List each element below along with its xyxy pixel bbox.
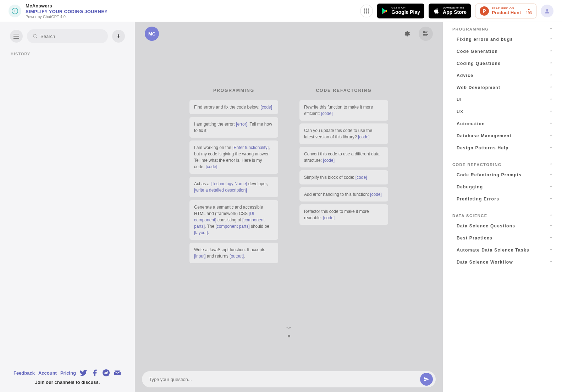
prompt-card[interactable]: Convert this code to use a different dat… — [299, 147, 388, 167]
email-icon[interactable] — [114, 369, 121, 377]
search-box[interactable] — [27, 29, 108, 43]
prompt-column-title: PROGRAMMING — [189, 88, 278, 93]
panel-item[interactable]: Web Development⌃ — [443, 82, 562, 94]
gear-icon — [404, 31, 411, 37]
chevron-up-icon: ⌃ — [550, 173, 553, 177]
pricing-link[interactable]: Pricing — [60, 370, 76, 376]
panel-item[interactable]: Fixing errors and bugs⌃ — [443, 33, 562, 45]
panel-item[interactable]: UI⌃ — [443, 94, 562, 106]
chat-input[interactable] — [149, 377, 420, 382]
google-play-badge[interactable]: GET IT ONGoogle Play — [377, 4, 424, 18]
panel-item-label: Debugging — [457, 184, 483, 189]
svg-rect-7 — [364, 12, 365, 13]
as-bottom: App Store — [443, 9, 467, 15]
panel-section-title[interactable]: PROGRAMMING⌃ — [443, 25, 562, 33]
panel-item[interactable]: Debugging⌃ — [443, 181, 562, 193]
brand-name: McAnswers — [26, 3, 108, 9]
prompt-card[interactable]: Rewrite this function to make it more ef… — [299, 100, 388, 121]
apps-grid-button[interactable] — [360, 5, 373, 17]
svg-point-10 — [546, 9, 548, 11]
prompt-card[interactable]: Find errors and fix the code below: [cod… — [189, 100, 278, 114]
prompt-card[interactable]: I am working on the [Enter functionality… — [189, 140, 278, 174]
input-bar — [135, 366, 443, 392]
account-link[interactable]: Account — [38, 370, 57, 376]
categories-panel: PROGRAMMING⌃Fixing errors and bugs⌃Code … — [443, 22, 562, 392]
prompt-text: developer, — [247, 181, 268, 186]
gp-bottom: Google Play — [391, 9, 420, 15]
send-button[interactable] — [420, 373, 433, 386]
prompt-text: Refactor this code to make it more reada… — [304, 209, 369, 220]
prompt-placeholder: [output] — [230, 254, 244, 259]
panel-item[interactable]: Coding Questions⌃ — [443, 57, 562, 70]
ph-upvote-count: ▲193 — [526, 7, 532, 15]
prompt-column: PROGRAMMINGFind errors and fix the code … — [189, 88, 278, 266]
svg-rect-13 — [13, 38, 19, 39]
svg-rect-3 — [368, 9, 369, 10]
search-input[interactable] — [40, 34, 102, 39]
panel-item[interactable]: Data Science Workflow⌃ — [443, 256, 562, 268]
chat-input-box[interactable] — [142, 371, 436, 387]
panel-item[interactable]: Advice⌃ — [443, 70, 562, 82]
ph-icon: P — [480, 6, 489, 16]
send-icon — [424, 376, 429, 382]
svg-rect-11 — [13, 34, 19, 34]
list-icon — [423, 31, 429, 37]
panel-item[interactable]: Design Patterns Help⌃ — [443, 142, 562, 154]
new-chat-button[interactable]: + — [112, 30, 125, 43]
panel-section-title[interactable]: CODE REFACTORING⌃ — [443, 160, 562, 169]
chevron-up-icon: ⌃ — [550, 197, 553, 201]
brand-power: Power by ChatGPT 4.0. — [26, 15, 108, 19]
prompt-card[interactable]: Can you update this code to use the late… — [299, 123, 388, 144]
chevron-up-icon: ⌃ — [550, 122, 553, 126]
panel-item[interactable]: Automate Data Science Tasks⌃ — [443, 244, 562, 256]
prompt-card[interactable]: Act as a [Technology Name] developer, [w… — [189, 177, 278, 197]
prompts-panel-button[interactable] — [419, 27, 433, 41]
history-label: HISTORY — [0, 50, 135, 57]
panel-item[interactable]: Predicting Errors⌃ — [443, 193, 562, 205]
prompt-card[interactable]: Generate a semantic and accessible HTML … — [189, 200, 278, 240]
panel-item[interactable]: Code Generation⌃ — [443, 45, 562, 57]
sidebar-footer: Feedback Account Pricing Join our channe… — [0, 365, 135, 392]
chevron-up-icon: ⌃ — [550, 236, 553, 240]
brand-logo[interactable] — [9, 5, 21, 17]
product-hunt-badge[interactable]: P FEATURED ONProduct Hunt ▲193 — [475, 4, 536, 18]
panel-item[interactable]: Data Science Questions⌃ — [443, 220, 562, 232]
panel-item[interactable]: Automation⌃ — [443, 118, 562, 130]
prompt-card[interactable]: Refactor this code to make it more reada… — [299, 204, 388, 225]
user-avatar-button[interactable] — [541, 5, 553, 17]
panel-item-label: UI — [457, 97, 462, 102]
app-store-badge[interactable]: Download on theApp Store — [429, 4, 471, 18]
panel-item[interactable]: UX⌃ — [443, 106, 562, 118]
prompt-placeholder: [code] — [356, 175, 367, 180]
chevron-up-icon: ⌃ — [550, 86, 553, 90]
app-header: McAnswers SIMPLIFY YOUR CODING JOURNEY P… — [0, 0, 562, 22]
panel-item[interactable]: Database Management⌃ — [443, 130, 562, 142]
panel-item[interactable]: Best Practices⌃ — [443, 232, 562, 244]
as-text: Download on theApp Store — [443, 6, 467, 15]
ph-text: FEATURED ONProduct Hunt — [492, 7, 521, 15]
panel-item[interactable]: Code Refactoring Prompts⌃ — [443, 169, 562, 181]
prompt-card[interactable]: Simplify this block of code: [code] — [299, 170, 388, 184]
prompt-card[interactable]: I am getting the error: [error]. Tell me… — [189, 117, 278, 138]
prompt-text: Write a JavaScript function. It accepts — [194, 247, 265, 252]
section-title-label: CODE REFACTORING — [452, 162, 502, 167]
menu-button[interactable] — [10, 30, 23, 43]
panel-section-title[interactable]: DATA SCIENCE⌃ — [443, 211, 562, 220]
panel-item-label: Best Practices — [457, 236, 492, 241]
prompt-text: Act as a — [194, 181, 211, 186]
panel-item-label: Advice — [457, 73, 473, 78]
settings-button[interactable] — [400, 27, 414, 41]
feedback-link[interactable]: Feedback — [13, 370, 35, 376]
twitter-icon[interactable] — [79, 369, 87, 377]
plus-icon: + — [117, 33, 121, 40]
panel-item-label: Coding Questions — [457, 61, 501, 66]
svg-rect-12 — [13, 36, 19, 37]
panel-item-label: Code Generation — [457, 49, 498, 54]
prompt-card[interactable]: Write a JavaScript function. It accepts … — [189, 243, 278, 263]
telegram-icon[interactable] — [102, 369, 110, 377]
prompt-card[interactable]: Add error handling to this function: [co… — [299, 187, 388, 201]
prompt-text: Convert this code to use a different dat… — [304, 151, 380, 163]
panel-item-label: Database Management — [457, 133, 512, 138]
chevron-up-icon: ⌃ — [550, 214, 553, 218]
facebook-icon[interactable] — [91, 369, 99, 377]
